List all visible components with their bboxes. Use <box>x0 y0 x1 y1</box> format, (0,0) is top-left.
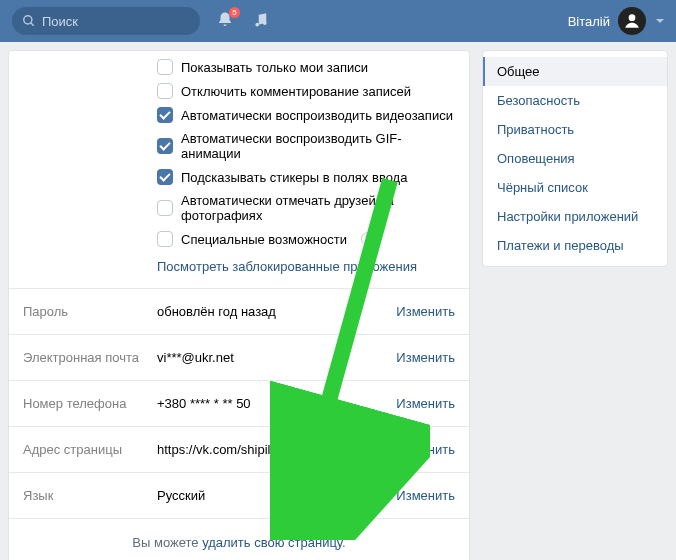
svg-line-1 <box>31 23 34 26</box>
change-link[interactable]: Изменить <box>396 396 455 411</box>
sidebar-item[interactable]: Настройки приложений <box>483 202 667 231</box>
info-label: Номер телефона <box>23 396 157 411</box>
sidebar-item[interactable]: Безопасность <box>483 86 667 115</box>
info-row: Парольобновлён год назадИзменить <box>9 288 469 334</box>
info-value: https://vk.com/shipiloff_vitalik <box>157 442 396 457</box>
delete-page-row: Вы можете удалить свою страницу. <box>9 518 469 560</box>
footer-prefix: Вы можете <box>132 535 202 550</box>
avatar <box>618 7 646 35</box>
search-input[interactable] <box>42 14 182 29</box>
info-label: Пароль <box>23 304 157 319</box>
sidebar-item[interactable]: Общее <box>483 57 667 86</box>
svg-point-4 <box>629 14 636 21</box>
info-row: Номер телефона+380 **** * ** 50Изменить <box>9 380 469 426</box>
setting-checkbox-row[interactable]: Автоматически воспроизводить GIF-анимаци… <box>157 127 455 165</box>
info-row: Адрес страницыhttps://vk.com/shipiloff_v… <box>9 426 469 472</box>
checkbox-icon[interactable] <box>157 59 173 75</box>
setting-checkbox-row[interactable]: Специальные возможности? <box>157 227 455 251</box>
checkbox-icon[interactable] <box>157 138 173 154</box>
checkbox-label: Специальные возможности <box>181 232 347 247</box>
footer-suffix: . <box>342 535 346 550</box>
checkbox-icon[interactable] <box>157 83 173 99</box>
change-link[interactable]: Изменить <box>396 488 455 503</box>
svg-point-0 <box>24 16 32 24</box>
setting-checkbox-row[interactable]: Показывать только мои записи <box>157 55 455 79</box>
info-value: обновлён год назад <box>157 304 396 319</box>
sidebar-item[interactable]: Приватность <box>483 115 667 144</box>
notifications-button[interactable]: 5 <box>216 11 234 32</box>
top-header: 5 Віталій <box>0 0 676 42</box>
info-row: ЯзыкРусскийИзменить <box>9 472 469 518</box>
checkbox-label: Отключить комментирование записей <box>181 84 411 99</box>
svg-point-3 <box>263 21 267 25</box>
svg-point-2 <box>255 22 259 26</box>
info-value: vi***@ukr.net <box>157 350 396 365</box>
notification-badge: 5 <box>229 7 240 18</box>
checkbox-label: Автоматически отмечать друзей на фотогра… <box>181 193 455 223</box>
blocked-apps-link[interactable]: Посмотреть заблокированные приложения <box>157 251 455 276</box>
checkbox-label: Подсказывать стикеры в полях ввода <box>181 170 407 185</box>
info-label: Адрес страницы <box>23 442 157 457</box>
change-link[interactable]: Изменить <box>396 442 455 457</box>
username-label: Віталій <box>568 14 610 29</box>
chevron-down-icon <box>656 19 664 23</box>
checkbox-icon[interactable] <box>157 231 173 247</box>
sidebar-item[interactable]: Чёрный список <box>483 173 667 202</box>
info-row: Электронная почтаvi***@ukr.netИзменить <box>9 334 469 380</box>
search-box[interactable] <box>12 7 200 35</box>
setting-checkbox-row[interactable]: Автоматически воспроизводить видеозаписи <box>157 103 455 127</box>
setting-checkbox-row[interactable]: Отключить комментирование записей <box>157 79 455 103</box>
checkbox-label: Автоматически воспроизводить GIF-анимаци… <box>181 131 455 161</box>
info-value: Русский <box>157 488 396 503</box>
checkbox-label: Показывать только мои записи <box>181 60 368 75</box>
help-icon[interactable]: ? <box>361 232 375 246</box>
checkbox-icon[interactable] <box>157 107 173 123</box>
setting-checkbox-row[interactable]: Подсказывать стикеры в полях ввода <box>157 165 455 189</box>
settings-panel: Показывать только мои записиОтключить ко… <box>8 50 470 560</box>
change-link[interactable]: Изменить <box>396 350 455 365</box>
delete-page-link[interactable]: удалить свою страницу <box>202 535 342 550</box>
search-icon <box>22 14 36 28</box>
music-icon <box>252 11 270 29</box>
sidebar-item[interactable]: Платежи и переводы <box>483 231 667 260</box>
checkbox-icon[interactable] <box>157 200 173 216</box>
info-label: Язык <box>23 488 157 503</box>
checkbox-label: Автоматически воспроизводить видеозаписи <box>181 108 453 123</box>
setting-checkbox-row[interactable]: Автоматически отмечать друзей на фотогра… <box>157 189 455 227</box>
info-value: +380 **** * ** 50 <box>157 396 396 411</box>
settings-sidebar: ОбщееБезопасностьПриватностьОповещенияЧё… <box>482 50 668 267</box>
music-button[interactable] <box>252 11 270 32</box>
sidebar-item[interactable]: Оповещения <box>483 144 667 173</box>
info-label: Электронная почта <box>23 350 157 365</box>
checkbox-icon[interactable] <box>157 169 173 185</box>
user-menu[interactable]: Віталій <box>568 7 664 35</box>
change-link[interactable]: Изменить <box>396 304 455 319</box>
